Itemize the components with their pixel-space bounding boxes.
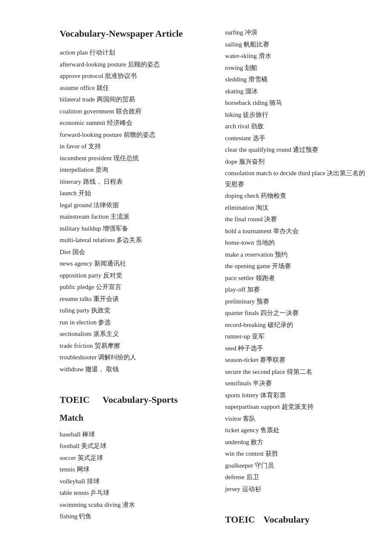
vocab-item: afterward-looking posture 后顾的姿态 bbox=[60, 59, 208, 70]
vocab-item: quarter finals 四分之一决赛 bbox=[225, 308, 366, 319]
vocab-item: rowing 划船 bbox=[225, 63, 366, 74]
vocab-item: dope 服兴奋剂 bbox=[225, 156, 366, 168]
vocab-item: resume talks 重开会谈 bbox=[60, 294, 208, 305]
match-subtitle: Match bbox=[60, 410, 208, 425]
vocab-item: horseback riding 骑马 bbox=[225, 98, 366, 109]
vocab-item: action plan 行动计划 bbox=[60, 47, 208, 58]
sports-vocab-list-2: surfing 冲浪sailing 帆船比赛water-skiing 滑水row… bbox=[225, 27, 366, 494]
vocab-item: secure the second place 得第二名 bbox=[225, 367, 366, 378]
vocab-item: public pledge 公开宣言 bbox=[60, 282, 208, 293]
toeic-label-1: TOEIC bbox=[60, 392, 90, 408]
vocab-item: hold a tournament 举办大会 bbox=[225, 226, 366, 237]
vocab-item: semifinals 半决赛 bbox=[225, 378, 366, 389]
vocab-item: consolation match to decide third place … bbox=[225, 168, 366, 190]
toeic-vocabulary-footer: TOEIC Vocabulary bbox=[225, 512, 366, 527]
vocab-item: ruling party 执政党 bbox=[60, 305, 208, 316]
vocab-item: baseball 棒球 bbox=[60, 429, 208, 440]
vocab-item: bilateral trade 两国间的贸易 bbox=[60, 94, 208, 105]
sports-vocab-list: baseball 棒球football 美式足球soccer 英式足球tenni… bbox=[60, 429, 208, 522]
vocab-item: itinerary 路线， 日程表 bbox=[60, 176, 208, 188]
vocab-item: football 美式足球 bbox=[60, 441, 208, 452]
vocab-item: goalkeeper 守门员 bbox=[225, 460, 366, 471]
vocab-item: trade friction 贸易摩擦 bbox=[60, 341, 208, 352]
right-column: surfing 冲浪sailing 帆船比赛water-skiing 滑水row… bbox=[221, 26, 366, 531]
vocab-item: table tennis 乒乓球 bbox=[60, 488, 208, 499]
toeic-sports-header: TOEIC Vocabulary-Sports bbox=[60, 392, 208, 408]
vocab-item: in favor of 支持 bbox=[60, 141, 208, 152]
vocab-item: approve protocol 批准协议书 bbox=[60, 71, 208, 82]
vocab-item: multi-lateral relations 多边关系 bbox=[60, 235, 208, 246]
vocab-item: contestant 选手 bbox=[225, 133, 366, 144]
vocab-item: the final round 决赛 bbox=[225, 214, 366, 225]
vocab-item: opposition party 反对党 bbox=[60, 270, 208, 281]
vocab-item: arch rival 劲敌 bbox=[225, 121, 366, 132]
vocab-item: seed 种子选手 bbox=[225, 343, 366, 354]
vocab-item: military buildup 增强军备 bbox=[60, 223, 208, 234]
vocab-item: mainstream faction 主流派 bbox=[60, 211, 208, 223]
newspaper-vocab-list: action plan 行动计划afterward-looking postur… bbox=[60, 47, 208, 375]
vocab-item: interpellation 质询 bbox=[60, 165, 208, 176]
vocab-item: soccer 英式足球 bbox=[60, 453, 208, 464]
vocab-item: record-breaking 破纪录的 bbox=[225, 320, 366, 331]
vocab-item: sailing 帆船比赛 bbox=[225, 39, 366, 50]
vocab-item: economic summit 经济峰会 bbox=[60, 118, 208, 129]
vocab-item: sledding 滑雪橇 bbox=[225, 74, 366, 85]
vocab-item: preliminary 预赛 bbox=[225, 296, 366, 307]
newspaper-section-title: Vocabulary-Newspaper Article bbox=[60, 26, 208, 41]
vocab-item: water-skiing 滑水 bbox=[225, 51, 366, 62]
vocab-item: elimination 淘汰 bbox=[225, 202, 366, 214]
vocab-item: incumbent president 现任总统 bbox=[60, 153, 208, 164]
vocab-item: hiking 徒步旅行 bbox=[225, 110, 366, 121]
vocab-item: defense 后卫 bbox=[225, 472, 366, 483]
vocab-item: doping check 药物检查 bbox=[225, 191, 366, 202]
toeic-vocab-label: Vocabulary bbox=[264, 512, 310, 527]
vocab-item: surfing 冲浪 bbox=[225, 27, 366, 38]
vocab-item: season-ticket 赛季联赛 bbox=[225, 355, 366, 366]
vocab-item: visitor 客队 bbox=[225, 413, 366, 425]
vocab-item: home-town 当地的 bbox=[225, 237, 366, 249]
vocab-item: swimming scuba diving 潜水 bbox=[60, 500, 208, 511]
vocab-item: ticket agency 售票处 bbox=[225, 425, 366, 436]
vocab-item: play-off 加赛 bbox=[225, 284, 366, 295]
vocab-item: pace settler 领跑者 bbox=[225, 273, 366, 284]
vocab-item: the opening game 开场赛 bbox=[225, 261, 366, 272]
vocab-item: win the contest 获胜 bbox=[225, 448, 366, 460]
vocab-item: volleyball 排球 bbox=[60, 476, 208, 487]
vocab-item: sectionalism 派系主义 bbox=[60, 329, 208, 340]
vocab-item: make a reservation 预约 bbox=[225, 249, 366, 260]
left-column: Vocabulary-Newspaper Article action plan… bbox=[60, 26, 221, 531]
vocab-item: launch 开始 bbox=[60, 188, 208, 199]
vocab-item: jersey 运动衫 bbox=[225, 484, 366, 495]
vocab-item: run in election 参选 bbox=[60, 317, 208, 328]
vocab-item: troubleshooter 调解纠纷的人 bbox=[60, 352, 208, 363]
vocab-item: withdraw 撤退， 取钱 bbox=[60, 364, 208, 375]
vocab-item: underdog 败方 bbox=[225, 437, 366, 448]
vocab-item: skating 溜冰 bbox=[225, 86, 366, 97]
vocab-item: runner-up 亚军 bbox=[225, 331, 366, 342]
vocab-item: legal ground 法律依据 bbox=[60, 200, 208, 211]
toeic-vocab-sports-label: Vocabulary-Sports bbox=[103, 392, 178, 408]
vocab-item: tennis 网球 bbox=[60, 464, 208, 475]
vocab-item: fishing 钓鱼 bbox=[60, 511, 208, 522]
vocab-item: superpartisan support 超党派支持 bbox=[225, 402, 366, 413]
vocab-item: Diet 国会 bbox=[60, 247, 208, 258]
vocab-item: assume office 就任 bbox=[60, 83, 208, 94]
vocab-item: clear the qualifying round 通过预赛 bbox=[225, 145, 366, 156]
vocab-item: news agency 新闻通讯社 bbox=[60, 258, 208, 269]
vocab-item: forward-looking posture 前瞻的姿态 bbox=[60, 130, 208, 141]
vocab-item: coalition government 联合政府 bbox=[60, 106, 208, 117]
toeic-label-2: TOEIC bbox=[225, 512, 255, 527]
vocab-item: sports lottery 体育彩票 bbox=[225, 390, 366, 401]
